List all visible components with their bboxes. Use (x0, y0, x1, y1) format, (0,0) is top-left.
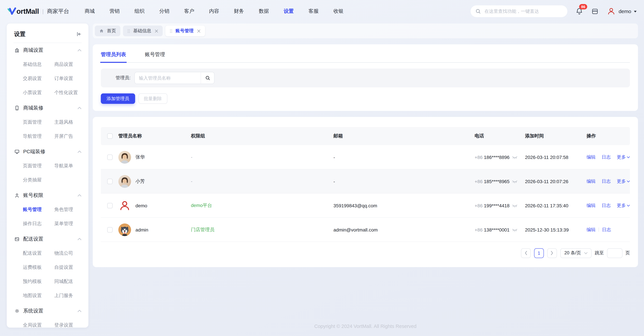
sidebar-item[interactable]: 配送设置 (23, 246, 54, 260)
user-avatar-icon (607, 7, 616, 16)
select-all-checkbox[interactable] (107, 134, 112, 139)
sidebar-section-account-permissions[interactable]: 账号权限 (7, 188, 88, 202)
home-icon (99, 28, 104, 33)
tab-account-mgmt[interactable]: 账号管理 (145, 52, 165, 58)
log-link[interactable]: 日志 (602, 227, 611, 233)
nav-item-cashier[interactable]: 收银 (334, 8, 344, 14)
nav-item-data[interactable]: 数据 (259, 8, 269, 14)
row-checkbox[interactable] (107, 154, 112, 160)
sidebar-section-mall-settings[interactable]: 商城设置 (7, 43, 88, 57)
nav-item-customers[interactable]: 客户 (184, 8, 194, 14)
default-person-avatar (118, 199, 131, 212)
sidebar-item[interactable]: 物流公司 (54, 246, 86, 260)
sidebar-item[interactable]: 小票设置 (23, 85, 54, 100)
sidebar-item[interactable]: 上门服务 (54, 288, 86, 302)
brand-logo[interactable]: ortMall | 商家平台 (8, 7, 69, 15)
nav-item-finance[interactable]: 财务 (234, 8, 244, 14)
next-page-button[interactable] (547, 248, 557, 258)
store-switch-button[interactable] (592, 8, 599, 15)
row-checkbox[interactable] (107, 203, 112, 208)
sidebar-section-mall-decoration[interactable]: 商城装修 (7, 101, 88, 115)
sidebar-item[interactable]: 全局设置 (23, 318, 54, 328)
page-number-1[interactable]: 1 (534, 248, 544, 258)
edit-link[interactable]: 编辑 (586, 202, 596, 208)
row-checkbox[interactable] (107, 227, 112, 232)
more-link[interactable]: 更多 (617, 202, 630, 208)
more-link[interactable]: 更多 (617, 154, 630, 160)
filter-search-button[interactable] (201, 72, 214, 84)
sidebar-section-system-settings[interactable]: 系统设置 (7, 304, 88, 318)
global-search[interactable] (471, 6, 568, 17)
sidebar-item[interactable]: 地图设置 (23, 288, 54, 302)
jump-page-input[interactable] (607, 248, 622, 258)
nav-item-settings[interactable]: 设置 (284, 8, 294, 14)
tab-admin-list[interactable]: 管理员列表 (101, 52, 126, 58)
edit-link[interactable]: 编辑 (586, 154, 596, 160)
sidebar-item[interactable]: 菜单管理 (54, 216, 86, 230)
sidebar-item[interactable]: 运费模板 (23, 260, 54, 274)
sidebar-item[interactable]: 开屏广告 (54, 129, 86, 143)
sidebar-items: 账号管理 角色管理 操作日志 菜单管理 (7, 202, 88, 232)
log-link[interactable]: 日志 (602, 202, 611, 208)
global-search-input[interactable] (484, 8, 563, 14)
nav-item-mall[interactable]: 商城 (85, 8, 95, 14)
sidebar-item[interactable]: 交易设置 (23, 71, 54, 85)
batch-delete-button[interactable]: 批量删除 (138, 94, 167, 104)
eye-off-icon[interactable] (512, 156, 518, 160)
sidebar-item[interactable]: 导航管理 (23, 129, 54, 143)
more-link[interactable]: 更多 (617, 178, 630, 184)
row-checkbox[interactable] (107, 178, 112, 184)
tab-basic-info[interactable]: 基础信息 (123, 26, 163, 36)
husky-avatar (118, 223, 131, 236)
sidebar-item[interactable]: 页面管理 (23, 115, 54, 129)
nav-item-content[interactable]: 内容 (209, 8, 219, 14)
eye-off-icon[interactable] (512, 204, 518, 208)
close-icon[interactable] (154, 29, 158, 33)
nav-item-marketing[interactable]: 营销 (110, 8, 120, 14)
sidebar-item[interactable]: 操作日志 (23, 216, 54, 230)
section-title: PC端装修 (23, 148, 46, 155)
add-admin-button[interactable]: 添加管理员 (101, 94, 135, 104)
sidebar-item[interactable]: 角色管理 (54, 202, 86, 216)
added-time: 2026-03-11 20:07:26 (525, 178, 586, 184)
nav-item-service[interactable]: 客服 (308, 8, 319, 14)
sidebar-item[interactable]: 订单设置 (54, 71, 86, 85)
log-link[interactable]: 日志 (602, 178, 611, 184)
prev-page-button[interactable] (521, 248, 531, 258)
close-icon[interactable] (197, 29, 201, 33)
sidebar-section-pc-decoration[interactable]: PC端装修 (7, 144, 88, 158)
chevron-up-icon (77, 309, 82, 312)
eye-off-icon[interactable] (512, 180, 518, 184)
sidebar-header: 设置 (7, 24, 88, 43)
nav-item-distribution[interactable]: 分销 (159, 8, 170, 14)
admin-name-input[interactable] (134, 72, 201, 84)
table-row: 小芳 - - +86 185****8965 2026-03-11 20:07:… (101, 169, 630, 194)
sidebar-item[interactable]: 商品设置 (54, 57, 86, 71)
sidebar-item[interactable]: 页面管理 (23, 158, 54, 173)
sidebar-item[interactable]: 登录设置 (54, 318, 86, 328)
edit-link[interactable]: 编辑 (586, 178, 596, 184)
sidebar-item-account-management[interactable]: 账号管理 (23, 202, 54, 216)
sidebar-collapse-icon[interactable] (76, 31, 82, 37)
sidebar-item[interactable]: 自提设置 (54, 260, 86, 274)
user-menu[interactable]: demo (607, 7, 636, 16)
log-link[interactable]: 日志 (602, 154, 611, 160)
sidebar-item[interactable]: 分类抽屉 (23, 173, 54, 187)
sidebar-item[interactable]: 基础信息 (23, 57, 54, 71)
sidebar-item[interactable]: 同城配送 (54, 274, 86, 288)
tab-account-management[interactable]: 账号管理 (165, 26, 205, 36)
eye-off-icon[interactable] (512, 228, 518, 232)
copyright-footer: Copyright © 2024 VortMall. All Rights Re… (93, 324, 638, 329)
nav-item-organization[interactable]: 组织 (134, 8, 144, 14)
tab-home[interactable]: 首页 (95, 26, 120, 36)
sidebar-item[interactable]: 个性化设置 (54, 85, 86, 100)
notifications-button[interactable]: 86 (576, 8, 583, 15)
edit-link[interactable]: 编辑 (586, 227, 596, 233)
brand-subtitle: 商家平台 (47, 8, 69, 15)
sidebar-section-delivery-settings[interactable]: 配送设置 (7, 232, 88, 246)
sidebar-item[interactable]: 导航菜单 (54, 158, 86, 173)
sidebar-item[interactable]: 预约模板 (23, 274, 54, 288)
sidebar-item[interactable]: 主题风格 (54, 115, 86, 129)
phone-number: 138****0001 (484, 227, 510, 232)
page-size-select[interactable]: 20 条/页 (560, 248, 592, 258)
